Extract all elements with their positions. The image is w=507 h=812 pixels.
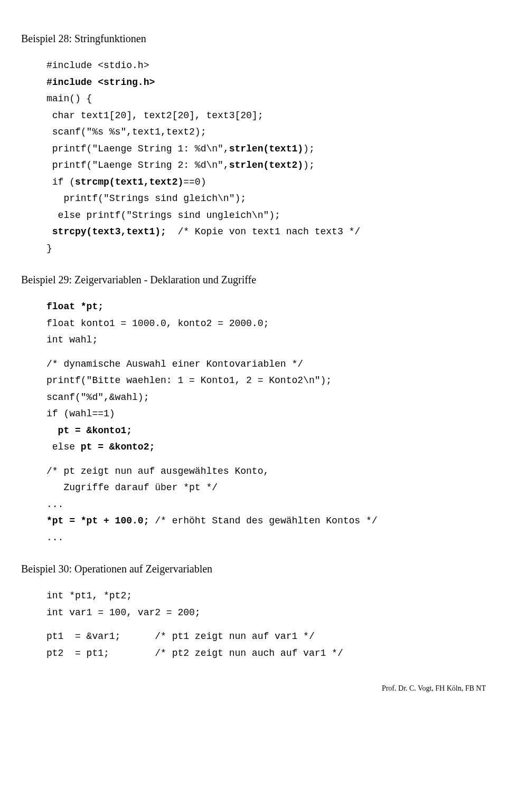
section-28-title: Beispiel 28: Stringfunktionen xyxy=(21,31,486,47)
section-29-code-a: float *pt; float konto1 = 1000.0, konto2… xyxy=(46,299,486,349)
section-30-title: Beispiel 30: Operationen auf Zeigervaria… xyxy=(21,561,486,577)
section-30-code-b: pt1 = &var1; /* pt1 zeigt nun auf var1 *… xyxy=(46,628,486,662)
page-footer: Prof. Dr. C. Vogt, FH Köln, FB NT xyxy=(21,683,486,694)
section-29-code-c: /* pt zeigt nun auf ausgewähltes Konto, … xyxy=(46,463,486,547)
section-29-code-b: /* dynamische Auswahl einer Kontovariabl… xyxy=(46,356,486,456)
section-28-code: #include <stdio.h> #include <string.h> m… xyxy=(46,58,486,257)
section-29-title: Beispiel 29: Zeigervariablen - Deklarati… xyxy=(21,272,486,288)
section-30-code-a: int *pt1, *pt2; int var1 = 100, var2 = 2… xyxy=(46,588,486,621)
